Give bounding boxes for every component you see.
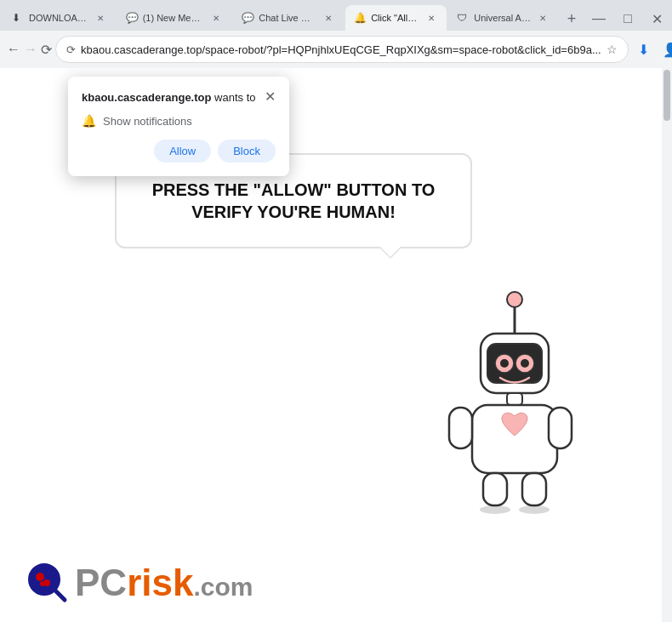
- svg-rect-12: [483, 473, 507, 505]
- pcrisk-logo: PCrisk.com: [26, 561, 253, 605]
- popup-close-button[interactable]: ✕: [265, 90, 276, 104]
- tab-click-allow[interactable]: 🔔 Click "Allow" ✕: [345, 5, 447, 31]
- svg-rect-8: [507, 393, 522, 405]
- risk-text: risk: [127, 562, 193, 603]
- svg-point-15: [519, 505, 550, 514]
- pc-text: PC: [75, 562, 127, 603]
- tab-close-download[interactable]: ✕: [94, 11, 107, 25]
- svg-point-14: [480, 505, 510, 514]
- popup-site-info: kbaou.cascaderange.top wants to: [82, 90, 256, 106]
- bookmark-icon[interactable]: ☆: [607, 43, 618, 56]
- close-button[interactable]: ✕: [645, 7, 669, 31]
- svg-point-20: [40, 581, 45, 586]
- window-controls: — □ ✕: [587, 7, 669, 31]
- download-icon[interactable]: ⬇: [632, 37, 656, 61]
- dotcom-text: .com: [193, 573, 253, 601]
- address-bar[interactable]: ⟳ kbaou.cascaderange.top/space-robot/?pl…: [55, 36, 629, 63]
- browser-window: ⬇ DOWNLOAD... ✕ 💬 (1) New Mess... ✕ 💬 Ch…: [0, 0, 672, 622]
- robot-illustration: [425, 287, 604, 520]
- popup-buttons: Allow Block: [82, 140, 276, 163]
- bell-icon: 🔔: [82, 114, 96, 128]
- pcrisk-brand-text: PCrisk.com: [75, 562, 253, 604]
- tab-label-allow: Click "Allow": [371, 13, 419, 23]
- tab-favicon-allow: 🔔: [354, 12, 366, 24]
- scrollbar[interactable]: [662, 68, 672, 622]
- tab-close-universal[interactable]: ✕: [536, 11, 550, 25]
- tab-favicon-chat: 💬: [242, 12, 253, 24]
- maximize-button[interactable]: □: [616, 7, 640, 31]
- popup-wants-to: wants to: [214, 91, 255, 104]
- popup-notification-row: 🔔 Show notifications: [82, 114, 276, 128]
- address-reload-icon: ⟳: [66, 43, 76, 56]
- nav-bar: ← → ⟳ ⟳ kbaou.cascaderange.top/space-rob…: [0, 31, 672, 68]
- tab-label-download: DOWNLOAD...: [29, 13, 88, 23]
- tab-close-allow[interactable]: ✕: [424, 11, 438, 25]
- forward-button[interactable]: →: [24, 36, 37, 63]
- bubble-text: PRESS THE "ALLOW" BUTTON TO VERIFY YOU'R…: [151, 179, 436, 223]
- address-text: kbaou.cascaderange.top/space-robot/?pl=H…: [81, 43, 601, 56]
- toolbar-right: ⬇ 👤 ⋮: [632, 36, 672, 63]
- svg-rect-10: [449, 408, 472, 448]
- notification-popup: kbaou.cascaderange.top wants to ✕ 🔔 Show…: [68, 77, 289, 176]
- new-tab-button[interactable]: +: [560, 7, 584, 31]
- tab-download[interactable]: ⬇ DOWNLOAD... ✕: [3, 5, 116, 31]
- tab-close-messages[interactable]: ✕: [209, 11, 223, 25]
- scrollbar-thumb[interactable]: [663, 70, 670, 121]
- svg-point-17: [33, 568, 55, 591]
- tab-universal[interactable]: 🛡 Universal Ad... ✕: [448, 5, 558, 31]
- tab-bar: ⬇ DOWNLOAD... ✕ 💬 (1) New Mess... ✕ 💬 Ch…: [0, 0, 672, 31]
- tab-label-chat: Chat Live wit...: [259, 13, 316, 23]
- svg-point-7: [521, 359, 529, 368]
- tab-label-messages: (1) New Mess...: [143, 13, 205, 23]
- reload-button[interactable]: ⟳: [41, 36, 52, 63]
- svg-point-6: [500, 359, 509, 368]
- profile-icon[interactable]: 👤: [658, 36, 672, 63]
- minimize-button[interactable]: —: [587, 7, 611, 31]
- svg-rect-13: [522, 473, 546, 505]
- block-button[interactable]: Block: [218, 140, 276, 163]
- browser-viewport: kbaou.cascaderange.top wants to ✕ 🔔 Show…: [0, 68, 672, 622]
- svg-line-21: [54, 589, 65, 600]
- tab-favicon-messages: 💬: [126, 12, 138, 24]
- tab-close-chat[interactable]: ✕: [322, 11, 335, 25]
- tab-messages[interactable]: 💬 (1) New Mess... ✕: [117, 5, 232, 31]
- popup-notification-label: Show notifications: [103, 115, 192, 128]
- svg-rect-9: [472, 405, 557, 473]
- popup-site-name: kbaou.cascaderange.top: [82, 91, 211, 104]
- robot-svg: [425, 287, 604, 516]
- svg-rect-11: [549, 408, 572, 448]
- allow-button[interactable]: Allow: [154, 140, 211, 163]
- tab-chat[interactable]: 💬 Chat Live wit... ✕: [233, 5, 344, 31]
- tab-favicon-download: ⬇: [12, 12, 24, 24]
- svg-point-18: [36, 573, 44, 581]
- svg-point-1: [507, 292, 522, 307]
- tab-label-universal: Universal Ad...: [474, 13, 531, 23]
- popup-header: kbaou.cascaderange.top wants to ✕: [82, 90, 276, 106]
- pcrisk-icon: [26, 561, 70, 605]
- back-button[interactable]: ←: [7, 36, 20, 63]
- tab-favicon-universal: 🛡: [457, 12, 469, 24]
